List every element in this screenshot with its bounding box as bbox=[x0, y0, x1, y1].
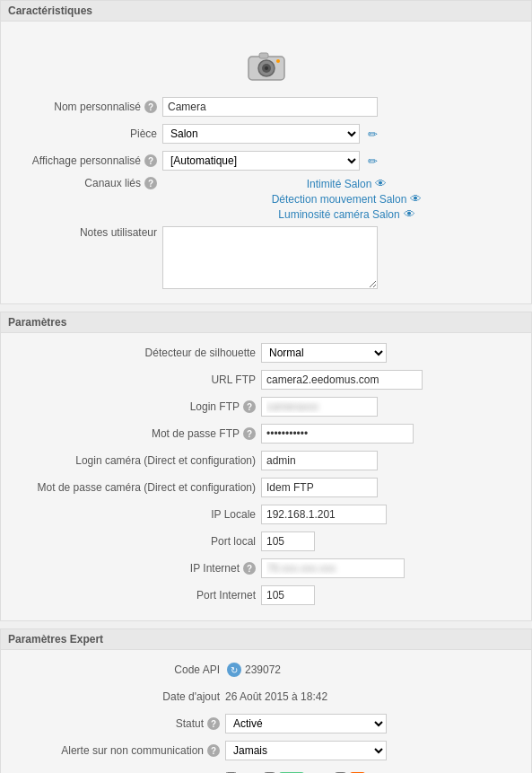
canaux-links: Intimité Salon 👁 Détection mouvement Sal… bbox=[162, 177, 531, 221]
detecteur-select[interactable]: Normal bbox=[261, 343, 387, 363]
svg-rect-4 bbox=[259, 53, 268, 58]
ip-locale-row: IP Locale bbox=[1, 504, 531, 525]
nom-help-icon[interactable]: ? bbox=[144, 101, 157, 113]
canaux-link-luminosite[interactable]: Luminosité caméra Salon bbox=[278, 208, 399, 221]
port-local-label: Port local bbox=[1, 535, 261, 548]
affichage-row: Affichage personnalisé ? [Automatique] ✏ bbox=[1, 150, 531, 171]
piece-control: Salon ✏ bbox=[162, 124, 531, 144]
mdp-cam-input[interactable] bbox=[261, 478, 378, 497]
ip-internet-help-icon[interactable]: ? bbox=[243, 562, 256, 575]
login-cam-label: Login caméra (Direct et configuration) bbox=[1, 454, 261, 467]
code-api-label: Code API bbox=[1, 663, 225, 676]
affichage-help-icon[interactable]: ? bbox=[144, 154, 157, 167]
statut-control: Activé bbox=[225, 714, 531, 733]
port-local-control bbox=[261, 531, 531, 551]
canaux-link-1: Détection mouvement Salon 👁 bbox=[272, 192, 423, 206]
port-internet-input[interactable] bbox=[261, 585, 315, 605]
ip-locale-input[interactable] bbox=[261, 505, 387, 524]
date-ajout-control: 26 Août 2015 à 18:42 bbox=[225, 690, 531, 703]
alerte-label: Alerte sur non communication ? bbox=[1, 744, 225, 757]
canaux-help-icon[interactable]: ? bbox=[144, 177, 157, 189]
port-internet-label: Port Internet bbox=[1, 589, 261, 602]
port-local-input[interactable] bbox=[261, 531, 315, 551]
mdp-ftp-input[interactable] bbox=[261, 424, 414, 444]
canaux-link-intimite[interactable]: Intimité Salon bbox=[307, 178, 372, 190]
login-ftp-control bbox=[261, 397, 531, 417]
nom-input[interactable] bbox=[162, 97, 378, 117]
canaux-eye-1[interactable]: 👁 bbox=[410, 192, 422, 206]
mdp-ftp-help-icon[interactable]: ? bbox=[243, 427, 256, 440]
mdp-cam-label: Mot de passe caméra (Direct et configura… bbox=[1, 481, 261, 494]
canaux-link-detection[interactable]: Détection mouvement Salon bbox=[272, 193, 407, 206]
ip-locale-label: IP Locale bbox=[1, 508, 261, 521]
statut-select[interactable]: Activé bbox=[225, 714, 387, 733]
login-ftp-row: Login FTP ? bbox=[1, 396, 531, 417]
svg-point-3 bbox=[265, 66, 268, 70]
login-cam-row: Login caméra (Direct et configuration) bbox=[1, 450, 531, 471]
statut-help-icon[interactable]: ? bbox=[207, 717, 220, 730]
parametres-expert-section: Paramètres Expert Code API ↻ 239072 Date… bbox=[0, 628, 532, 773]
affichage-label: Affichage personnalisé ? bbox=[1, 154, 162, 167]
notes-textarea[interactable] bbox=[162, 226, 378, 289]
caracteristiques-section: Caractéristiques Nom personnalisé ? bbox=[0, 0, 532, 304]
port-local-row: Port local bbox=[1, 531, 531, 552]
mdp-ftp-control bbox=[261, 424, 531, 444]
api-refresh-icon[interactable]: ↻ bbox=[227, 663, 241, 677]
caracteristiques-header: Caractéristiques bbox=[1, 1, 531, 22]
ip-internet-label: IP Internet ? bbox=[1, 562, 261, 575]
canaux-link-2: Luminosité caméra Salon 👁 bbox=[278, 207, 414, 221]
code-api-value: 239072 bbox=[245, 663, 281, 676]
affichage-edit-icon[interactable]: ✏ bbox=[363, 152, 381, 170]
notes-label: Notes utilisateur bbox=[1, 226, 162, 239]
login-cam-input[interactable] bbox=[261, 451, 378, 470]
piece-edit-icon[interactable]: ✏ bbox=[363, 125, 381, 143]
ip-internet-input[interactable] bbox=[261, 558, 405, 578]
mdp-ftp-label: Mot de passe FTP ? bbox=[1, 427, 261, 440]
port-internet-row: Port Internet bbox=[1, 584, 531, 606]
mdp-ftp-row: Mot de passe FTP ? bbox=[1, 423, 531, 444]
login-ftp-label: Login FTP ? bbox=[1, 400, 261, 413]
notes-control bbox=[162, 226, 531, 289]
detecteur-label: Détecteur de silhouette bbox=[1, 347, 261, 359]
caracteristiques-content: Nom personnalisé ? Pièce Salon ✏ Afficha… bbox=[1, 22, 531, 303]
date-ajout-label: Date d'ajout bbox=[1, 690, 225, 703]
url-ftp-row: URL FTP bbox=[1, 369, 531, 391]
parametres-expert-title: Paramètres Expert bbox=[8, 633, 103, 646]
parametres-section: Paramètres Détecteur de silhouette Norma… bbox=[0, 312, 532, 621]
piece-select[interactable]: Salon bbox=[162, 124, 360, 144]
piece-row: Pièce Salon ✏ bbox=[1, 123, 531, 145]
caracteristiques-title: Caractéristiques bbox=[8, 4, 92, 17]
url-ftp-input[interactable] bbox=[261, 370, 423, 390]
login-ftp-help-icon[interactable]: ? bbox=[243, 400, 256, 413]
svg-point-5 bbox=[276, 59, 280, 63]
nom-label: Nom personnalisé ? bbox=[1, 101, 162, 113]
code-api-row: Code API ↻ 239072 bbox=[1, 659, 531, 681]
login-ftp-input[interactable] bbox=[261, 397, 378, 417]
alerte-select[interactable]: Jamais bbox=[225, 741, 387, 760]
canaux-eye-2[interactable]: 👁 bbox=[404, 207, 415, 221]
parametres-expert-header: Paramètres Expert bbox=[1, 629, 531, 650]
nom-control bbox=[162, 97, 531, 117]
port-internet-control bbox=[261, 585, 531, 605]
canaux-eye-0[interactable]: 👁 bbox=[375, 177, 387, 190]
parametres-header: Paramètres bbox=[1, 312, 531, 333]
url-ftp-control bbox=[261, 370, 531, 390]
canaux-row: Canaux liés ? Intimité Salon 👁 Détection… bbox=[1, 177, 531, 221]
url-ftp-label: URL FTP bbox=[1, 373, 261, 386]
statut-row: Statut ? Activé bbox=[1, 713, 531, 734]
alerte-help-icon[interactable]: ? bbox=[207, 744, 220, 757]
date-ajout-value: 26 Août 2015 à 18:42 bbox=[225, 690, 327, 703]
statut-label: Statut ? bbox=[1, 717, 225, 730]
affichage-select[interactable]: [Automatique] bbox=[162, 151, 360, 171]
ip-internet-control bbox=[261, 558, 531, 578]
parametres-title: Paramètres bbox=[8, 316, 66, 329]
canaux-label: Canaux liés ? bbox=[1, 177, 162, 189]
piece-label: Pièce bbox=[1, 127, 162, 140]
detecteur-control: Normal bbox=[261, 343, 531, 363]
mdp-cam-row: Mot de passe caméra (Direct et configura… bbox=[1, 477, 531, 498]
mdp-cam-control bbox=[261, 478, 531, 497]
alerte-control: Jamais bbox=[225, 741, 531, 760]
parametres-content: Détecteur de silhouette Normal URL FTP L… bbox=[1, 333, 531, 620]
alerte-row: Alerte sur non communication ? Jamais bbox=[1, 740, 531, 761]
type-alerte-row: Type d'alerte Mail SMS SMS >> Push bbox=[1, 767, 531, 773]
